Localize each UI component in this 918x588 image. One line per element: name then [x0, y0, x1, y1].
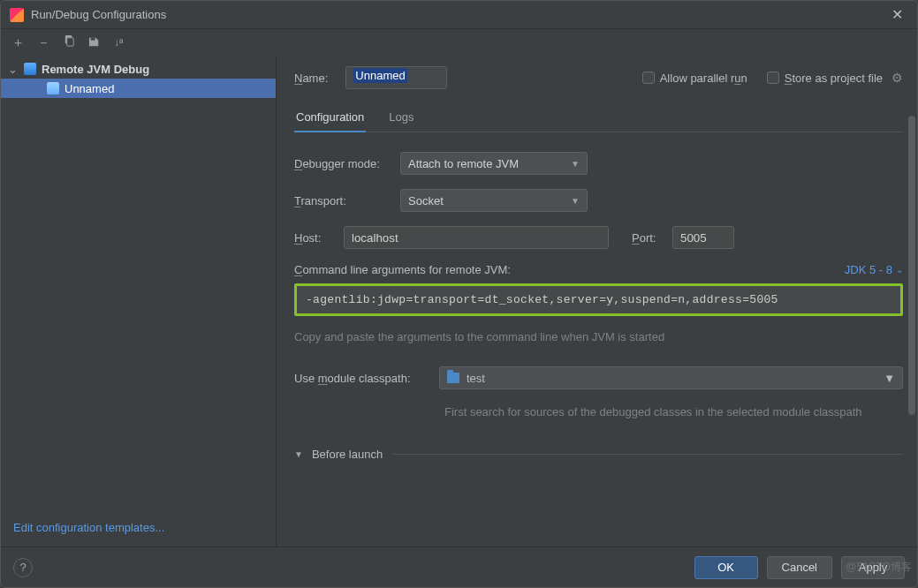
port-label: Port:: [632, 231, 672, 245]
chevron-down-icon: ▼: [571, 159, 580, 169]
remote-debug-icon: [24, 63, 36, 75]
transport-select[interactable]: Socket ▼: [400, 189, 588, 212]
svg-rect-1: [67, 38, 74, 46]
host-field[interactable]: [344, 226, 609, 249]
allow-parallel-checkbox[interactable]: Allow parallel run: [642, 72, 747, 85]
cmd-args-label: Command line arguments for remote JVM:: [294, 263, 511, 276]
name-value: Unnamed: [353, 68, 406, 83]
chevron-down-icon: ▼: [571, 196, 580, 206]
divider: [391, 454, 903, 455]
chevron-down-icon: ⌄: [8, 63, 19, 76]
transport-label: Transport:: [294, 194, 400, 207]
folder-icon: [447, 373, 459, 383]
tree-item-unnamed[interactable]: Unnamed: [1, 79, 276, 98]
debugger-mode-select[interactable]: Attach to remote JVM ▼: [400, 152, 588, 175]
add-config-button[interactable]: ＋: [11, 34, 25, 51]
checkbox-icon: [642, 72, 655, 84]
chevron-down-icon: ⌄: [896, 265, 903, 275]
sort-config-button[interactable]: ↓ª: [114, 36, 123, 49]
module-classpath-label: Use module classpath:: [294, 372, 439, 385]
cancel-button[interactable]: Cancel: [767, 556, 832, 579]
chevron-down-icon: ▼: [884, 372, 895, 385]
copy-config-button[interactable]: [63, 34, 76, 50]
name-field[interactable]: Unnamed: [345, 66, 447, 89]
store-as-file-label: Store as project file: [785, 72, 883, 85]
tab-logs[interactable]: Logs: [387, 105, 415, 132]
remove-config-button[interactable]: －: [37, 34, 50, 51]
tab-configuration[interactable]: Configuration: [294, 105, 366, 132]
before-launch-label: Before launch: [312, 448, 383, 461]
debugger-mode-value: Attach to remote JVM: [408, 157, 519, 170]
help-button[interactable]: ?: [13, 558, 33, 577]
tree-parent-remote-jvm[interactable]: ⌄ Remote JVM Debug: [1, 59, 276, 79]
window-title: Run/Debug Configurations: [31, 8, 886, 21]
host-label: Host:: [294, 231, 344, 245]
gear-icon[interactable]: ⚙: [891, 71, 903, 85]
scrollbar-thumb[interactable]: [908, 116, 915, 415]
titlebar: Run/Debug Configurations ✕: [1, 1, 917, 29]
debugger-mode-label: Debugger mode:: [294, 157, 400, 170]
tree-child-label: Unnamed: [64, 82, 114, 95]
cmd-args-box[interactable]: -agentlib:jdwp=transport=dt_socket,serve…: [294, 283, 903, 316]
cmd-hint: Copy and paste the arguments to the comm…: [294, 330, 903, 343]
dialog-buttons: ? OK Cancel Apply: [1, 547, 917, 587]
svg-rect-2: [91, 38, 95, 41]
app-icon: [10, 8, 24, 22]
save-config-button[interactable]: [88, 34, 102, 50]
scrollbar[interactable]: [908, 116, 915, 543]
config-tree-panel: ⌄ Remote JVM Debug Unnamed Edit configur…: [1, 56, 277, 547]
port-field[interactable]: [672, 226, 734, 249]
module-hint: First search for sources of the debugged…: [444, 403, 903, 421]
module-classpath-value: test: [467, 372, 485, 385]
config-tabs: Configuration Logs: [294, 105, 903, 132]
jdk-version-value: JDK 5 - 8: [845, 263, 892, 276]
ok-button[interactable]: OK: [694, 556, 758, 579]
before-launch-section[interactable]: ▼ Before launch: [294, 448, 903, 461]
checkbox-icon: [767, 72, 779, 84]
config-toolbar: ＋ － ↓ª: [1, 29, 917, 56]
store-as-file-checkbox[interactable]: Store as project file: [767, 72, 883, 85]
close-icon[interactable]: ✕: [886, 4, 908, 25]
remote-debug-icon: [47, 82, 59, 94]
config-form-panel: Name: Unnamed Allow parallel run Store a…: [277, 56, 917, 547]
name-label: Name:: [294, 72, 328, 85]
edit-templates-link[interactable]: Edit configuration templates...: [13, 521, 164, 534]
chevron-down-icon: ▼: [294, 449, 303, 459]
apply-button[interactable]: Apply: [841, 556, 905, 579]
tree-parent-label: Remote JVM Debug: [42, 63, 149, 76]
allow-parallel-label: Allow parallel run: [660, 72, 747, 85]
module-classpath-select[interactable]: test ▼: [439, 366, 903, 389]
jdk-version-select[interactable]: JDK 5 - 8 ⌄: [845, 263, 903, 276]
transport-value: Socket: [408, 194, 444, 207]
